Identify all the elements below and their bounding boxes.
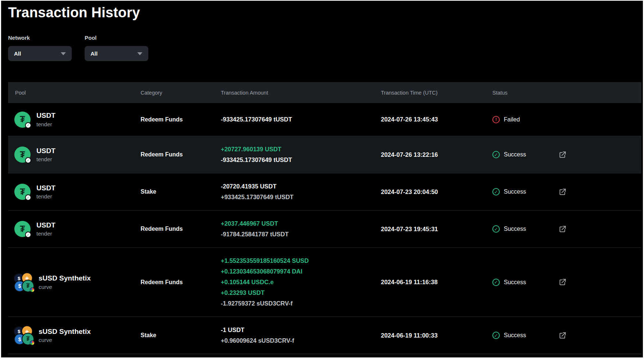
column-header-status: Status — [492, 90, 559, 96]
pool-protocol: curve — [39, 337, 91, 343]
transaction-row[interactable]: ₮✓USDTtenderRedeem Funds-933425.17307649… — [8, 103, 641, 136]
amount-line: +0.105144 USDC.e — [221, 277, 381, 287]
status-label: Success — [504, 332, 526, 339]
pool-name: USDT — [36, 147, 56, 155]
susd-synthetix-pool-icons: $◈$₮ — [14, 273, 33, 292]
transactions-table: PoolCategoryTransaction AmountTransactio… — [8, 82, 641, 354]
tether-symbol: ₮ — [20, 115, 25, 124]
status-label: Success — [504, 188, 526, 195]
transaction-time: 2024-07-23 19:45:31 — [381, 226, 492, 233]
transaction-amounts: +2037.446967 USDT-91784.25841787 tUSDT — [221, 218, 381, 240]
transaction-amounts: +1.552353559185160524 SUSD+0.12303465306… — [221, 255, 381, 309]
pool-cell: $◈$₮sUSD Synthetixcurve — [8, 273, 141, 292]
table-body: ₮✓USDTtenderRedeem Funds-933425.17307649… — [8, 103, 641, 354]
usdt-coin-icon: ₮✓ — [14, 184, 31, 200]
network-filter-label: Network — [8, 35, 72, 41]
failed-alert-icon: ! — [492, 116, 500, 123]
transaction-row[interactable]: $◈$₮sUSD SynthetixcurveRedeem Funds+1.55… — [8, 247, 641, 317]
pool-protocol: tender — [36, 156, 56, 162]
pool-protocol: tender — [36, 230, 56, 237]
network-select[interactable]: All — [8, 46, 72, 61]
transaction-time: 2024-07-26 13:45:43 — [381, 116, 492, 123]
success-check-icon: ✓ — [492, 188, 500, 195]
category-label: Redeem Funds — [141, 226, 221, 232]
pool-cell: ₮✓USDTtender — [8, 221, 141, 237]
usdt-coin-icon: ₮✓ — [14, 221, 31, 237]
pool-cell: ₮✓USDTtender — [8, 112, 141, 128]
tether-symbol: ₮ — [20, 188, 25, 196]
transaction-time: 2024-06-19 11:00:33 — [381, 332, 492, 339]
transaction-time: 2024-06-19 11:16:38 — [381, 279, 492, 286]
transaction-row[interactable]: ₮✓USDTtenderRedeem Funds+20727.960139 US… — [8, 136, 641, 173]
tender-badge-icon: ✓ — [25, 157, 31, 163]
tender-badge-icon: ✓ — [25, 232, 31, 238]
pool-protocol: tender — [36, 121, 56, 127]
pool-cell: ₮✓USDTtender — [8, 184, 141, 200]
usdt-coin-icon: ₮✓ — [14, 112, 31, 128]
pool-name: USDT — [36, 112, 56, 120]
usdt-coin-icon: ₮✓ — [14, 147, 31, 163]
column-header-category: Category — [141, 90, 221, 96]
link-cell — [559, 332, 641, 339]
amount-line: +1.552353559185160524 SUSD — [221, 255, 381, 266]
link-cell — [559, 278, 641, 286]
external-link-icon[interactable] — [559, 278, 566, 286]
category-label: Redeem Funds — [141, 151, 221, 158]
tether-symbol: ₮ — [20, 151, 25, 159]
status-label: Success — [504, 226, 526, 232]
external-link-icon[interactable] — [559, 225, 566, 233]
pool-name: USDT — [36, 221, 56, 230]
success-check-icon: ✓ — [492, 332, 500, 339]
pool-name: sUSD Synthetix — [39, 274, 91, 283]
category-label: Redeem Funds — [141, 116, 221, 123]
transaction-row[interactable]: ₮✓USDTtenderRedeem Funds+2037.446967 USD… — [8, 210, 641, 247]
chevron-down-icon — [61, 52, 66, 55]
curve-badge-icon — [30, 287, 35, 292]
tender-badge-icon: ✓ — [25, 122, 31, 128]
pool-filter: Pool All — [85, 35, 148, 61]
pool-name: sUSD Synthetix — [39, 328, 91, 336]
status-label: Success — [504, 151, 526, 158]
amount-line: -1.92759372 sUSD3CRV-f — [221, 298, 381, 309]
filters-bar: Network All Pool All — [8, 35, 148, 61]
success-check-icon: ✓ — [492, 279, 500, 286]
pool-name: USDT — [36, 184, 56, 193]
usdt-coin-icon: ₮ — [22, 280, 33, 292]
pool-text: sUSD Synthetixcurve — [39, 274, 91, 290]
status-badge: ✓Success — [492, 225, 559, 233]
pool-select[interactable]: All — [85, 46, 148, 61]
status-badge: ✓Success — [492, 188, 559, 195]
pool-text: USDTtender — [36, 147, 56, 163]
transaction-time: 2024-07-26 13:22:16 — [381, 151, 492, 158]
status-label: Success — [504, 279, 526, 286]
column-header-transaction-time-utc: Transaction Time (UTC) — [381, 90, 492, 96]
susd-synthetix-pool-icons: $◈$₮ — [14, 326, 33, 345]
transaction-history-page: Transaction History Network All Pool All… — [1, 1, 643, 357]
external-link-icon[interactable] — [559, 151, 566, 159]
pool-filter-label: Pool — [85, 35, 148, 41]
amount-line: +0.23293 USDT — [221, 287, 381, 298]
curve-badge-icon — [30, 340, 35, 345]
success-check-icon: ✓ — [492, 151, 500, 158]
transaction-row[interactable]: $◈$₮sUSD SynthetixcurveStake-1 USDT+0.96… — [8, 317, 641, 354]
transaction-row[interactable]: ₮✓USDTtenderStake-20720.41935 USDT+93342… — [8, 173, 641, 210]
amount-line: -1 USDT — [221, 325, 381, 335]
status-badge: ✓Success — [492, 332, 559, 339]
pool-cell: ₮✓USDTtender — [8, 147, 141, 163]
success-check-icon: ✓ — [492, 225, 500, 233]
external-link-icon[interactable] — [559, 332, 566, 339]
link-cell — [559, 225, 641, 233]
external-link-icon[interactable] — [559, 188, 566, 196]
page-title: Transaction History — [8, 5, 140, 21]
pool-text: USDTtender — [36, 112, 56, 127]
transaction-amounts: -933425.17307649 tUSDT — [221, 114, 381, 125]
amount-line: +933425.17307649 tUSDT — [221, 192, 381, 202]
category-label: Redeem Funds — [141, 279, 221, 286]
transaction-time: 2024-07-23 20:04:50 — [381, 188, 492, 195]
pool-protocol: tender — [36, 193, 56, 200]
chevron-down-icon — [137, 52, 142, 55]
amount-line: +0.123034653068079974 DAI — [221, 266, 381, 277]
column-header-pool: Pool — [8, 90, 141, 96]
transaction-amounts: +20727.960139 USDT-933425.17307649 tUSDT — [221, 144, 381, 165]
pool-protocol: curve — [39, 284, 91, 290]
